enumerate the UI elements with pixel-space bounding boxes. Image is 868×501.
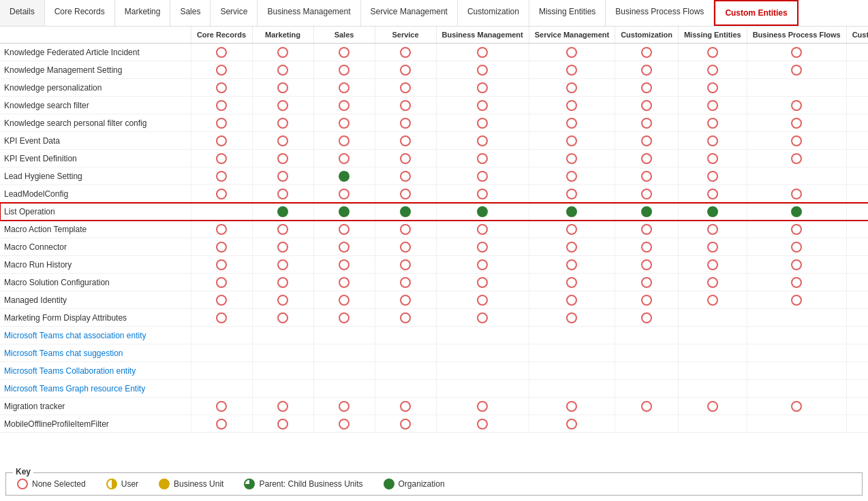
cell-3 xyxy=(375,203,436,221)
cell-4 xyxy=(436,79,529,97)
none-selected-circle xyxy=(400,242,411,253)
table-row: Macro Connector xyxy=(0,238,868,256)
cell-6 xyxy=(615,327,679,344)
cell-2 xyxy=(313,238,375,256)
none-selected-circle xyxy=(277,242,288,253)
none-selected-circle xyxy=(339,47,350,58)
parent-child-icon xyxy=(244,479,255,489)
cell-1 xyxy=(252,150,313,167)
tab-business-management[interactable]: Business Management xyxy=(258,0,360,26)
user-icon xyxy=(106,479,117,489)
none-selected-circle xyxy=(641,295,652,306)
cell-7 xyxy=(678,185,747,203)
cell-9 xyxy=(846,203,868,221)
none-selected-circle xyxy=(641,135,652,146)
none-selected-circle xyxy=(277,171,288,182)
cell-3 xyxy=(375,256,436,274)
none-selected-circle xyxy=(477,277,488,288)
parent-child-label: Parent: Child Business Units xyxy=(259,479,362,489)
table-row: Migration tracker xyxy=(0,398,868,415)
none-selected-circle xyxy=(791,242,802,253)
cell-8 xyxy=(747,203,846,221)
entity-name: Lead Hygiene Setting xyxy=(0,167,191,185)
none-selected-circle xyxy=(566,171,577,182)
tab-service-management[interactable]: Service Management xyxy=(361,0,458,26)
none-selected-circle xyxy=(791,118,802,129)
cell-2 xyxy=(313,344,375,362)
cell-8 xyxy=(747,221,846,238)
none-selected-circle xyxy=(216,135,227,146)
tab-custom-entities[interactable]: Custom Entities xyxy=(714,0,798,26)
none-selected-circle xyxy=(641,189,652,199)
cell-5 xyxy=(529,44,615,61)
cell-8 xyxy=(747,256,846,274)
table-row: Macro Solution Configuration xyxy=(0,274,868,291)
tab-marketing[interactable]: Marketing xyxy=(115,0,171,26)
cell-3 xyxy=(375,238,436,256)
cell-8 xyxy=(747,167,846,185)
cell-9 xyxy=(846,61,868,79)
tab-core-records[interactable]: Core Records xyxy=(45,0,115,26)
cell-1 xyxy=(252,185,313,203)
cell-3 xyxy=(375,167,436,185)
cell-0 xyxy=(191,221,252,238)
entity-name[interactable]: Microsoft Teams chat suggestion xyxy=(0,344,191,362)
none-selected-circle xyxy=(400,277,411,288)
none-selected-circle xyxy=(339,259,350,270)
cell-8 xyxy=(747,114,846,132)
cell-3 xyxy=(375,344,436,362)
cell-3 xyxy=(375,150,436,167)
col-header-custom-entities: Custom Entities xyxy=(846,27,868,44)
cell-7 xyxy=(678,238,747,256)
none-selected-circle xyxy=(707,65,718,76)
none-selected-circle xyxy=(477,82,488,93)
cell-4 xyxy=(436,61,529,79)
cell-9 xyxy=(846,238,868,256)
cell-2 xyxy=(313,132,375,150)
cell-1 xyxy=(252,79,313,97)
none-selected-circle xyxy=(707,153,718,164)
cell-1 xyxy=(252,97,313,114)
none-selected-circle xyxy=(216,419,227,430)
entity-name[interactable]: Microsoft Teams chat association entity xyxy=(0,327,191,344)
tab-details[interactable]: Details xyxy=(0,0,45,26)
cell-2 xyxy=(313,185,375,203)
cell-0 xyxy=(191,344,252,362)
cell-6 xyxy=(615,221,679,238)
entity-name[interactable]: Microsoft Teams Graph resource Entity xyxy=(0,380,191,398)
cell-5 xyxy=(529,79,615,97)
cell-7 xyxy=(678,114,747,132)
cell-4 xyxy=(436,327,529,344)
cell-9 xyxy=(846,362,868,380)
cell-8 xyxy=(747,380,846,398)
tab-service[interactable]: Service xyxy=(211,0,258,26)
entity-name: Migration tracker xyxy=(0,398,191,415)
cell-7 xyxy=(678,167,747,185)
tab-sales[interactable]: Sales xyxy=(170,0,211,26)
tab-missing-entities[interactable]: Missing Entities xyxy=(529,0,606,26)
cell-7 xyxy=(678,97,747,114)
none-selected-circle xyxy=(566,118,577,129)
none-selected-circle xyxy=(339,153,350,164)
organization-circle xyxy=(339,206,350,217)
entity-name: Marketing Form Display Attributes xyxy=(0,309,191,327)
col-header-sales: Sales xyxy=(313,27,375,44)
tab-business-process-flows[interactable]: Business Process Flows xyxy=(606,0,714,26)
table-wrapper[interactable]: Core RecordsMarketingSalesServiceBusines… xyxy=(0,27,868,467)
cell-6 xyxy=(615,79,679,97)
cell-6 xyxy=(615,380,679,398)
cell-9 xyxy=(846,150,868,167)
key-item-none: None Selected xyxy=(17,479,86,489)
cell-4 xyxy=(436,309,529,327)
entity-name: List Operation xyxy=(0,203,191,221)
cell-7 xyxy=(678,344,747,362)
table-row: Microsoft Teams Graph resource Entity xyxy=(0,380,868,398)
table-row: Microsoft Teams chat association entity xyxy=(0,327,868,344)
cell-0 xyxy=(191,309,252,327)
entity-name[interactable]: Microsoft Teams Collaboration entity xyxy=(0,362,191,380)
cell-4 xyxy=(436,256,529,274)
cell-1 xyxy=(252,291,313,309)
organization-circle xyxy=(277,206,288,217)
cell-1 xyxy=(252,398,313,415)
tab-customization[interactable]: Customization xyxy=(458,0,529,26)
